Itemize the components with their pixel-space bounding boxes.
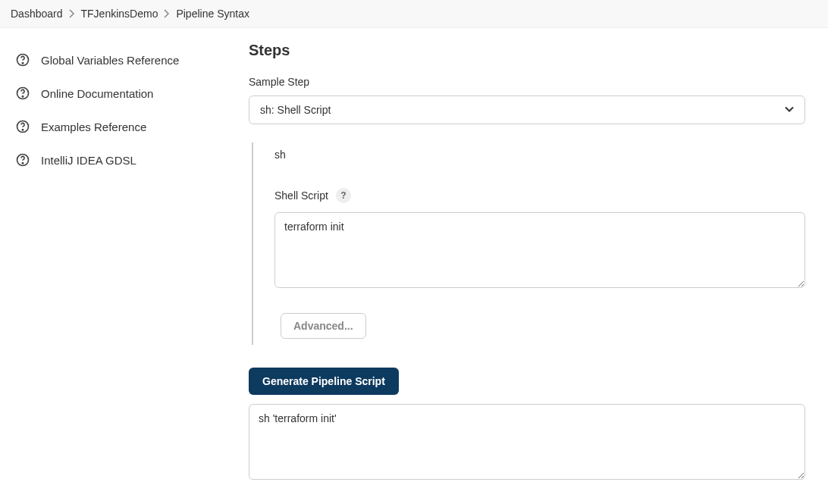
sidebar-item-label: Online Documentation bbox=[41, 87, 153, 100]
sidebar-item-label: Global Variables Reference bbox=[41, 54, 179, 67]
breadcrumb-item-page[interactable]: Pipeline Syntax bbox=[176, 8, 249, 20]
shell-script-label: Shell Script bbox=[274, 189, 328, 202]
step-config-block: sh Shell Script ? Advanced... bbox=[252, 142, 805, 345]
svg-point-5 bbox=[22, 130, 23, 130]
sidebar-item-global-vars[interactable]: Global Variables Reference bbox=[9, 43, 226, 77]
svg-point-1 bbox=[22, 63, 23, 64]
sidebar-item-online-docs[interactable]: Online Documentation bbox=[9, 77, 226, 110]
page-heading: Steps bbox=[249, 42, 805, 59]
breadcrumb: Dashboard TFJenkinsDemo Pipeline Syntax bbox=[0, 0, 828, 28]
chevron-right-icon bbox=[69, 9, 75, 18]
svg-point-7 bbox=[22, 163, 23, 164]
step-title: sh bbox=[274, 149, 805, 161]
pipeline-script-output[interactable] bbox=[249, 404, 805, 480]
help-circle-icon bbox=[15, 52, 30, 67]
help-circle-icon bbox=[15, 152, 30, 167]
breadcrumb-item-dashboard[interactable]: Dashboard bbox=[11, 8, 63, 20]
help-circle-icon bbox=[15, 119, 30, 134]
sidebar-item-label: Examples Reference bbox=[41, 121, 146, 133]
sidebar: Global Variables Reference Online Docume… bbox=[0, 28, 235, 504]
sample-step-label: Sample Step bbox=[249, 76, 805, 88]
svg-point-3 bbox=[22, 96, 23, 97]
help-icon[interactable]: ? bbox=[336, 188, 351, 203]
sidebar-item-examples[interactable]: Examples Reference bbox=[9, 110, 226, 143]
sample-step-select[interactable] bbox=[249, 95, 805, 124]
chevron-right-icon bbox=[164, 9, 170, 18]
generate-pipeline-script-button[interactable]: Generate Pipeline Script bbox=[249, 368, 399, 395]
sidebar-item-label: IntelliJ IDEA GDSL bbox=[41, 154, 136, 167]
help-circle-icon bbox=[15, 86, 30, 101]
breadcrumb-item-project[interactable]: TFJenkinsDemo bbox=[81, 8, 158, 20]
sidebar-item-intellij-gdsl[interactable]: IntelliJ IDEA GDSL bbox=[9, 143, 226, 177]
main-content: Steps Sample Step sh Shell Script ? Adva… bbox=[235, 28, 826, 504]
shell-script-input[interactable] bbox=[274, 212, 805, 288]
advanced-button[interactable]: Advanced... bbox=[281, 313, 366, 339]
